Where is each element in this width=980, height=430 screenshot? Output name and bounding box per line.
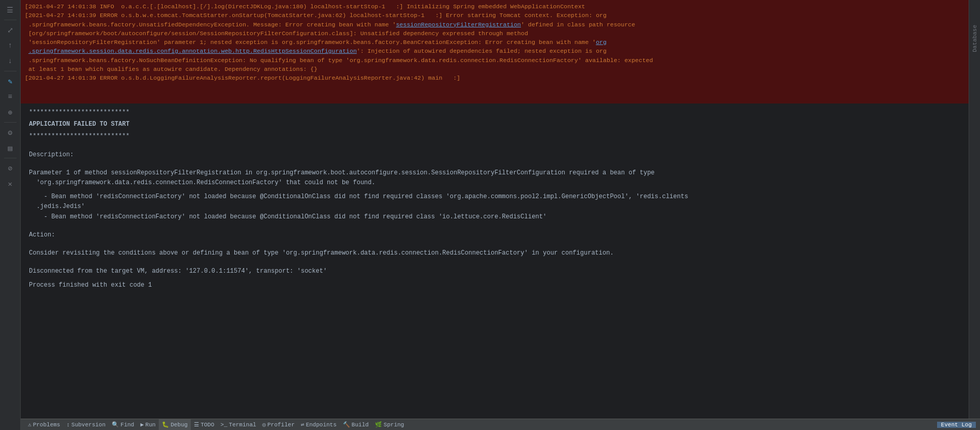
process-finished-line: Process finished with exit code 1	[29, 280, 960, 290]
spring-tab[interactable]: 🌿 Spring	[372, 419, 408, 430]
redis-config-link[interactable]: org	[596, 39, 607, 46]
event-log-label: Event Log	[941, 422, 972, 428]
problems-icon: ⚠	[28, 421, 32, 428]
run-tab[interactable]: ▶ Run	[137, 419, 158, 430]
todo-label: TODO	[201, 422, 214, 428]
description-section: Description:	[29, 150, 960, 160]
log-line-8: at least 1 bean which qualifies as autow…	[25, 65, 964, 73]
edit-icon[interactable]: ✎	[3, 74, 18, 88]
status-bar-right: Event Log	[937, 422, 976, 428]
bullet-1-line1: - Bean method 'redisConnectionFactory' n…	[29, 192, 960, 202]
build-tab[interactable]: 🔨 Build	[340, 419, 372, 430]
arrow-down-icon[interactable]: ↓	[3, 54, 18, 68]
toolbar-separator-3	[4, 122, 17, 123]
stars-top: ***************************	[29, 108, 960, 117]
bookmark-icon[interactable]: ☰	[3, 3, 18, 17]
list-icon[interactable]: ≡	[3, 90, 18, 104]
debug-tab[interactable]: 🐛 Debug	[159, 419, 191, 430]
log-line-3: .springframework.beans.factory.Unsatisfi…	[25, 20, 964, 29]
profiler-icon: ◎	[262, 421, 266, 428]
log-line-5: 'sessionRepositoryFilterRegistration' pa…	[25, 38, 964, 47]
status-bar: ⚠ Problems ↕ Subversion 🔍 Find ▶ Run 🐛 D…	[21, 419, 980, 430]
description-text-2: 'org.springframework.data.redis.connecti…	[29, 178, 960, 188]
action-section: Action:	[29, 230, 960, 240]
process-finished-text: Process finished with exit code 1	[29, 280, 960, 290]
arrow-up-icon[interactable]: ↑	[3, 38, 18, 53]
endpoints-tab[interactable]: ⇌ Endpoints	[298, 419, 340, 430]
redis-config-link-2[interactable]: .springframework.session.data.redis.conf…	[28, 48, 357, 54]
subversion-icon: ↕	[66, 422, 70, 428]
log-line-4: [org/springframework/boot/autoconfigure/…	[25, 29, 964, 38]
spring-icon: 🌿	[375, 421, 382, 428]
endpoints-label: Endpoints	[306, 422, 336, 428]
problems-tab[interactable]: ⚠ Problems	[25, 419, 63, 430]
build-label: Build	[352, 422, 369, 428]
settings-icon[interactable]: ⚙	[3, 125, 18, 140]
bullet-1-line2: .jedis.Jedis'	[29, 202, 960, 212]
toolbar-separator-4	[4, 158, 17, 158]
todo-tab[interactable]: ☰ TODO	[191, 419, 217, 430]
terminal-icon: >_	[220, 422, 227, 428]
build-icon: 🔨	[343, 421, 350, 428]
stars-top-text: ***************************	[29, 109, 129, 116]
app-failed-title: APPLICATION FAILED TO START	[29, 120, 960, 129]
find-icon: 🔍	[112, 421, 119, 428]
expand-icon[interactable]: ⤢	[3, 23, 18, 37]
event-log-tab[interactable]: Event Log	[937, 422, 976, 428]
description-label: Description:	[29, 150, 960, 160]
subversion-tab[interactable]: ↕ Subversion	[63, 419, 109, 430]
app-failed-title-text: APPLICATION FAILED TO START	[29, 121, 129, 128]
database-tab[interactable]: Database	[970, 21, 980, 56]
disconnected-line: Disconnected from the target VM, address…	[29, 266, 960, 276]
console-area: [2021-04-27 14:01:38 INFO o.a.c.C.[.[loc…	[21, 0, 969, 419]
log-line-1: [2021-04-27 14:01:38 INFO o.a.c.C.[.[loc…	[25, 2, 964, 11]
log-line-6: .springframework.session.data.redis.conf…	[25, 47, 964, 55]
description-body: Parameter 1 of method sessionRepositoryF…	[29, 168, 960, 222]
debug-label: Debug	[171, 422, 188, 428]
inspect-icon[interactable]: ⊕	[3, 105, 18, 120]
stars-bottom-text: ***************************	[29, 132, 129, 140]
endpoints-icon: ⇌	[301, 421, 305, 428]
find-tab[interactable]: 🔍 Find	[109, 419, 137, 430]
left-toolbar: ☰ ⤢ ↑ ↓ ✎ ≡ ⊕ ⚙ ▤ ⊘ ✕	[0, 0, 21, 430]
subversion-label: Subversion	[71, 422, 105, 428]
bullet-2-text: - Bean method 'redisConnectionFactory' n…	[29, 212, 960, 222]
action-body: Consider revisiting the conditions above…	[29, 248, 960, 258]
action-label: Action:	[29, 230, 960, 240]
main-content: [2021-04-27 14:01:38 INFO o.a.c.C.[.[loc…	[21, 0, 969, 419]
bullet-1: - Bean method 'redisConnectionFactory' n…	[29, 192, 960, 212]
session-filter-link[interactable]: sessionRepositoryFilterRegistration	[396, 21, 521, 28]
app-output-section: *************************** APPLICATION …	[21, 103, 969, 419]
action-text: Consider revisiting the conditions above…	[29, 248, 960, 258]
run-icon: ▶	[140, 421, 144, 428]
run-label: Run	[145, 422, 156, 428]
terminal-label: Terminal	[229, 422, 257, 428]
disconnected-text: Disconnected from the target VM, address…	[29, 266, 960, 276]
profiler-label: Profiler	[267, 422, 295, 428]
toolbar-separator-1	[4, 20, 17, 20]
right-sidebar: Database	[969, 0, 980, 419]
print-icon[interactable]: ▤	[3, 141, 18, 155]
error-log-section: [2021-04-27 14:01:38 INFO o.a.c.C.[.[loc…	[21, 0, 969, 103]
log-line-2: [2021-04-27 14:01:39 ERROR o.s.b.w.e.tom…	[25, 11, 964, 20]
toolbar-separator-2	[4, 71, 17, 71]
stars-bottom: ***************************	[29, 131, 960, 141]
log-line-7: .springframework.beans.factory.NoSuchBea…	[25, 56, 964, 65]
log-line-9: [2021-04-27 14:01:39 ERROR o.s.b.d.Loggi…	[25, 73, 964, 82]
bullet-2: - Bean method 'redisConnectionFactory' n…	[29, 212, 960, 222]
problems-label: Problems	[33, 422, 61, 428]
todo-icon: ☰	[194, 421, 199, 428]
description-text-1: Parameter 1 of method sessionRepositoryF…	[29, 168, 960, 178]
pin-icon[interactable]: ⊘	[3, 161, 18, 175]
profiler-tab[interactable]: ◎ Profiler	[259, 419, 297, 430]
delete-icon[interactable]: ✕	[3, 176, 18, 191]
debug-icon: 🐛	[162, 421, 169, 428]
find-label: Find	[120, 422, 134, 428]
terminal-tab[interactable]: >_ Terminal	[217, 419, 259, 430]
spring-label: Spring	[384, 422, 404, 428]
